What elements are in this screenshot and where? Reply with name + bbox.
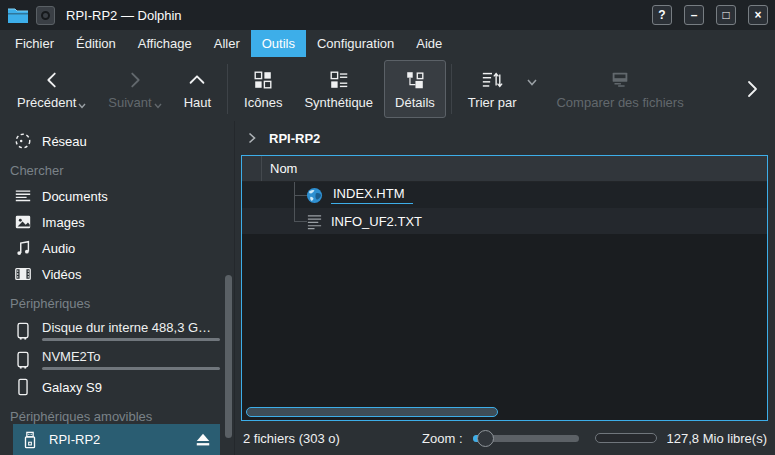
documents-icon [14, 187, 32, 205]
breadcrumb-chevron-icon[interactable] [247, 132, 257, 144]
sort-icon [480, 69, 504, 91]
up-label: Haut [184, 95, 211, 110]
sidebar-item-label: Images [42, 215, 85, 230]
tree-branch-line [294, 221, 307, 222]
places-panel: Réseau Chercher Documents Images [0, 121, 234, 455]
sidebar-item-rpi-rp2[interactable]: RPI-RP2 [13, 424, 220, 455]
details-view-icon [404, 69, 426, 91]
app-body: Réseau Chercher Documents Images [0, 121, 775, 455]
maximize-button[interactable]: □ [716, 5, 736, 25]
compare-files-label: Comparer des fichiers [556, 95, 683, 110]
network-icon [14, 132, 32, 150]
sidebar-item-label: Réseau [42, 134, 87, 149]
sidebar-item-galaxy-s9[interactable]: Galaxy S9 [0, 374, 234, 400]
sidebar-item-label: RPI-RP2 [49, 432, 100, 447]
menu-outils[interactable]: Outils [251, 30, 306, 57]
menu-configuration[interactable]: Configuration [306, 30, 405, 57]
toolbar-separator [451, 64, 452, 114]
sidebar-item-label: Documents [42, 189, 108, 204]
tree-branch-line [294, 182, 295, 221]
app-folder-icon [7, 6, 29, 24]
sort-by-button[interactable]: Trier par [457, 60, 528, 118]
sidebar-item-internal-disk[interactable]: Disque dur interne 488,3 G… [0, 316, 234, 345]
file-name[interactable]: INFO_UF2.TXT [331, 214, 422, 229]
sidebar-item-network[interactable]: Réseau [0, 128, 234, 154]
chevron-down-icon [78, 103, 86, 109]
free-space-capacity-bar [595, 433, 657, 443]
main-toolbar: Précédent Suivant Haut [0, 57, 775, 121]
details-view-button[interactable]: Détails [384, 60, 446, 118]
globe-html-icon [306, 187, 323, 204]
file-count-summary: 2 fichiers (303 o) [243, 431, 412, 446]
column-header-row: Nom [242, 156, 767, 182]
eject-icon[interactable] [194, 432, 212, 448]
zoom-slider-handle[interactable] [477, 430, 494, 447]
sidebar-scrollbar[interactable] [225, 275, 232, 438]
compare-files-icon [608, 69, 632, 91]
icons-view-icon [252, 69, 274, 91]
sidebar-item-videos[interactable]: Vidéos [0, 261, 234, 287]
compact-view-label: Synthétique [304, 95, 373, 110]
file-name[interactable]: INDEX.HTM [331, 186, 413, 204]
compact-view-button[interactable]: Synthétique [293, 60, 384, 118]
sidebar-item-label: NVME2To [42, 349, 220, 365]
section-chercher: Chercher [0, 159, 234, 183]
videos-icon [14, 265, 32, 283]
horizontal-scrollbar[interactable] [246, 407, 498, 417]
chevron-left-icon [41, 69, 63, 91]
text-file-icon [306, 213, 323, 230]
close-button[interactable]: × [748, 5, 768, 25]
titlebar: RPI-RP2 — Dolphin ? – □ × [0, 0, 775, 30]
sidebar-item-documents[interactable]: Documents [0, 183, 234, 209]
folder-view[interactable]: Nom INDEX.HTM [241, 155, 768, 421]
statusbar: 2 fichiers (303 o) Zoom : 127,8 Mio libr… [235, 421, 775, 455]
compare-files-button: Comparer des fichiers [545, 60, 694, 118]
zoom-slider[interactable] [473, 430, 579, 447]
file-row-info-uf2-txt[interactable]: INFO_UF2.TXT [242, 208, 767, 234]
menu-edition[interactable]: Édition [65, 30, 127, 57]
sidebar-item-label: Disque dur interne 488,3 G… [42, 320, 220, 336]
sidebar-item-images[interactable]: Images [0, 209, 234, 235]
back-button[interactable]: Précédent [6, 60, 97, 118]
disk-usage-bar [42, 338, 220, 341]
disk-usage-bar [42, 367, 220, 370]
sidebar-item-audio[interactable]: Audio [0, 235, 234, 261]
tree-branch-line [294, 195, 307, 196]
section-peripheriques: Périphériques [0, 292, 234, 316]
up-button[interactable]: Haut [173, 60, 222, 118]
chevron-down-icon[interactable] [527, 79, 537, 86]
app-menu-button[interactable] [36, 6, 55, 25]
audio-icon [14, 239, 32, 257]
hard-drive-icon [14, 350, 32, 370]
menubar: Fichier Édition Affichage Aller Outils C… [0, 30, 775, 57]
menu-aller[interactable]: Aller [203, 30, 251, 57]
toolbar-overflow-button[interactable] [735, 79, 769, 99]
menu-aide[interactable]: Aide [405, 30, 453, 57]
forward-label: Suivant [108, 95, 151, 110]
menu-fichier[interactable]: Fichier [4, 30, 65, 57]
hard-drive-icon [14, 321, 32, 341]
icons-view-button[interactable]: Icônes [233, 60, 293, 118]
smartphone-icon [14, 377, 32, 397]
column-header-name[interactable]: Nom [262, 161, 297, 176]
file-row-index-htm[interactable]: INDEX.HTM [242, 182, 767, 208]
chevron-right-icon [743, 79, 761, 99]
help-button[interactable]: ? [652, 5, 672, 25]
chevron-down-icon [154, 103, 162, 109]
sidebar-item-label: Vidéos [42, 267, 82, 282]
minimize-button[interactable]: – [684, 5, 704, 25]
back-label: Précédent [17, 95, 76, 110]
usb-drive-icon [21, 430, 39, 450]
compact-view-icon [328, 69, 350, 91]
breadcrumb: RPI-RP2 [235, 121, 775, 155]
sidebar-item-nvme[interactable]: NVME2To [0, 345, 234, 374]
images-icon [14, 213, 32, 231]
breadcrumb-location[interactable]: RPI-RP2 [269, 131, 320, 146]
menu-affichage[interactable]: Affichage [127, 30, 203, 57]
details-view-label: Détails [395, 95, 435, 110]
zoom-label: Zoom : [422, 431, 462, 446]
main-view: RPI-RP2 Nom [234, 121, 775, 455]
sidebar-item-label: Galaxy S9 [42, 380, 102, 395]
zoom-control: Zoom : [422, 430, 578, 447]
icons-view-label: Icônes [244, 95, 282, 110]
